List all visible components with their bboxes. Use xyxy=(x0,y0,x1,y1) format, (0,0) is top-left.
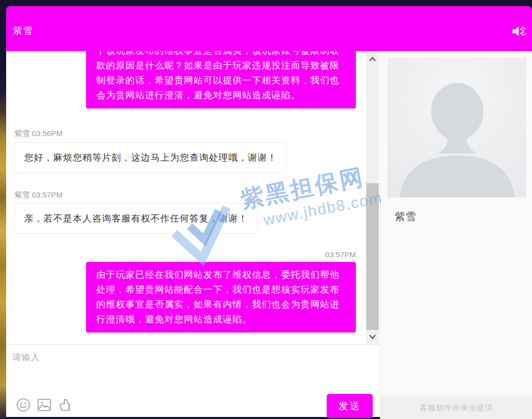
page-background-strip xyxy=(0,0,6,419)
agent-name: 紫雪 xyxy=(395,210,416,224)
message-list: 下该玩家发布的维权事宜是否属实，该玩家账号被限制取款的原因是什么呢？如果是由于玩… xyxy=(6,51,366,344)
agent-message: 您好，麻烦您稍等片刻，这边马上为您查询处理哦，谢谢！ xyxy=(14,142,287,173)
message-input[interactable] xyxy=(6,345,365,389)
message-meta: 紫雪 03:56PM xyxy=(14,129,356,139)
scroll-down-icon[interactable] xyxy=(368,333,377,341)
message-timestamp: 03:57PM xyxy=(14,250,356,259)
chat-scrollbar[interactable] xyxy=(366,51,379,344)
chat-widget: 紫雪 下该玩家发布的维权事宜是否属实，该玩家账号被限制取款的原因是什么呢？如果是… xyxy=(6,6,532,419)
provider-footer: 客服软件由美洽提供 xyxy=(380,396,532,419)
composer-toolbar xyxy=(16,398,73,412)
emoji-icon[interactable] xyxy=(16,398,30,412)
agent-sidebar: 紫雪 客服软件由美洽提供 xyxy=(380,51,532,419)
agent-title: 紫雪 xyxy=(13,25,33,37)
avatar xyxy=(388,58,526,197)
message-meta: 紫雪 03:57PM xyxy=(14,190,356,200)
thumbs-up-icon[interactable] xyxy=(58,398,73,412)
speaker-icon[interactable] xyxy=(512,25,526,37)
visitor-message: 由于玩家已经在我们网站发布了维权信息，委托我们帮他处理，希望贵网站能配合一下，我… xyxy=(86,262,356,333)
agent-message: 亲，若不是本人咨询客服有权不作任何答复，谢谢！ xyxy=(14,203,258,234)
send-button[interactable]: 发送 xyxy=(327,394,373,418)
composer xyxy=(6,344,380,417)
scrollbar-thumb[interactable] xyxy=(366,183,379,330)
chat-header: 紫雪 xyxy=(6,6,532,51)
image-icon[interactable] xyxy=(37,399,51,411)
scroll-up-icon[interactable] xyxy=(368,55,377,63)
visitor-message: 下该玩家发布的维权事宜是否属实，该玩家账号被限制取款的原因是什么呢？如果是由于玩… xyxy=(86,51,356,108)
